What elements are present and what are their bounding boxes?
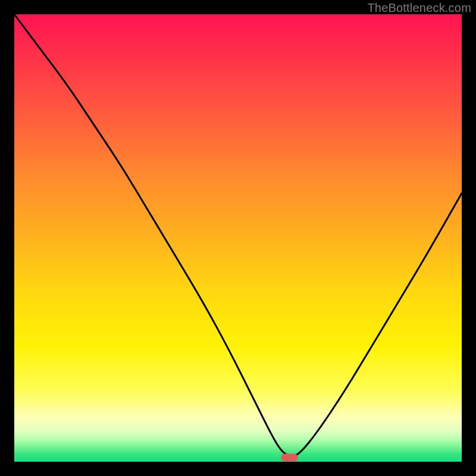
- curve-layer: [14, 14, 462, 462]
- plot-area: [14, 14, 462, 462]
- chart-frame: TheBottleneck.com: [0, 0, 476, 476]
- watermark-text: TheBottleneck.com: [367, 1, 471, 15]
- optimal-point-marker: [281, 454, 298, 462]
- bottleneck-curve-path: [14, 14, 462, 456]
